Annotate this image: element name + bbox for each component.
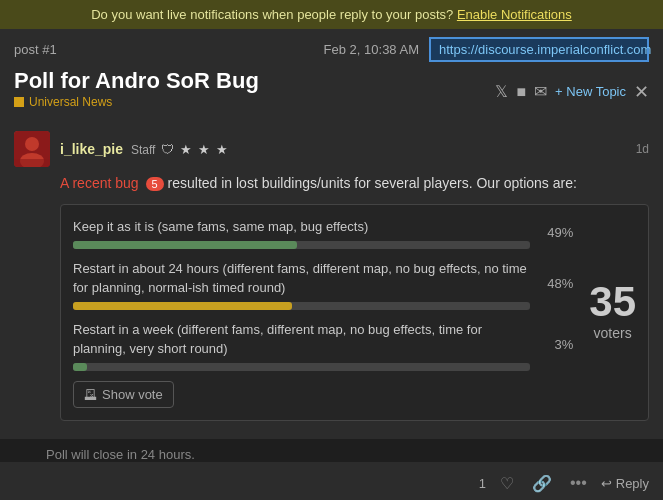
social-actions: 𝕏 ■ ✉ + New Topic ✕: [495, 81, 649, 103]
post-date: Feb 2, 10:38 AM: [324, 42, 419, 57]
author-name[interactable]: i_like_pie: [60, 141, 123, 157]
voter-count: 35: [589, 281, 636, 323]
poll-main-row: Keep it as it is (same fams, same map, b…: [73, 217, 636, 408]
ballot-icon: 🗳: [84, 387, 97, 402]
poll-bar-wrap: Restart in about 24 hours (different fam…: [73, 259, 530, 310]
category-tag: Universal News: [14, 95, 112, 109]
category-label[interactable]: Universal News: [29, 95, 112, 109]
header: post #1 Feb 2, 10:38 AM https://discours…: [0, 29, 663, 123]
poll-option-text: Restart in about 24 hours (different fam…: [73, 259, 530, 298]
reply-label: Reply: [616, 476, 649, 491]
shield-icon: 🛡: [161, 142, 174, 157]
star-icon-2: ★: [198, 142, 210, 157]
svg-point-1: [25, 137, 39, 151]
poll-bar-fill: [73, 363, 87, 371]
poll-bar-bg: [73, 302, 530, 310]
show-vote-label: Show vote: [102, 387, 163, 402]
email-icon[interactable]: ✉: [534, 82, 547, 101]
reply-icon: ↩: [601, 476, 612, 491]
like-button[interactable]: ♡: [496, 472, 518, 495]
post-body-suffix: resulted in lost buildings/units for sev…: [168, 175, 577, 191]
poll-option-text: Restart in a week (different fams, diffe…: [73, 320, 530, 359]
like-count: 1: [479, 476, 486, 491]
poll-option-row: Restart in about 24 hours (different fam…: [73, 259, 573, 310]
post-author-row: i_like_pie Staff 🛡 ★ ★ ★ 1d: [14, 123, 649, 173]
post-number: post #1: [14, 42, 57, 57]
post-actions: 1 ♡ 🔗 ••• ↩ Reply: [0, 462, 663, 501]
page-title: Poll for Andro SoR Bug: [14, 68, 259, 94]
star-icon-1: ★: [180, 142, 192, 157]
link-button[interactable]: 🔗: [528, 472, 556, 495]
bug-badge: 5: [146, 177, 164, 191]
category-dot-icon: [14, 97, 24, 107]
notification-bar: Do you want live notifications when peop…: [0, 0, 663, 29]
reply-button[interactable]: ↩ Reply: [601, 476, 649, 491]
poll-bar-wrap: Keep it as it is (same fams, same map, b…: [73, 217, 530, 249]
more-button[interactable]: •••: [566, 472, 591, 494]
poll-option-row: Keep it as it is (same fams, same map, b…: [73, 217, 573, 249]
avatar-image: [14, 131, 50, 167]
svg-rect-3: [14, 159, 50, 167]
bug-link[interactable]: A recent bug: [60, 175, 139, 191]
poll-bar-bg: [73, 241, 530, 249]
poll-percent: 49%: [538, 223, 573, 243]
url-bar[interactable]: https://discourse.imperialconflict.com: [429, 37, 649, 62]
star-icon-3: ★: [216, 142, 228, 157]
enable-notifications-link[interactable]: Enable Notifications: [457, 7, 572, 22]
poll-percent: 3%: [538, 335, 573, 355]
poll-close-note: Poll will close in 24 hours.: [0, 447, 663, 462]
facebook-icon[interactable]: ■: [516, 83, 526, 101]
poll-container: Keep it as it is (same fams, same map, b…: [60, 204, 649, 421]
poll-options-area: Keep it as it is (same fams, same map, b…: [73, 217, 573, 408]
title-row: Poll for Andro SoR Bug Universal News 𝕏 …: [14, 68, 649, 123]
post-time: 1d: [636, 142, 649, 156]
post-body: A recent bug 5 resulted in lost building…: [14, 173, 649, 421]
new-topic-button[interactable]: + New Topic: [555, 84, 626, 99]
poll-bar-fill: [73, 241, 297, 249]
poll-bar-wrap: Restart in a week (different fams, diffe…: [73, 320, 530, 371]
voters-label: voters: [589, 323, 636, 344]
close-button[interactable]: ✕: [634, 81, 649, 103]
author-info: i_like_pie Staff 🛡 ★ ★ ★: [60, 141, 626, 157]
poll-option-row: Restart in a week (different fams, diffe…: [73, 320, 573, 371]
avatar: [14, 131, 50, 167]
poll-options-list: Keep it as it is (same fams, same map, b…: [73, 217, 573, 371]
author-badge: Staff: [131, 143, 155, 157]
twitter-icon[interactable]: 𝕏: [495, 82, 508, 101]
post-meta-row: post #1 Feb 2, 10:38 AM https://discours…: [14, 37, 649, 62]
poll-bar-bg: [73, 363, 530, 371]
notification-message: Do you want live notifications when peop…: [91, 7, 453, 22]
poll-bar-fill: [73, 302, 292, 310]
poll-option-text: Keep it as it is (same fams, same map, b…: [73, 217, 530, 237]
show-vote-button[interactable]: 🗳 Show vote: [73, 381, 174, 408]
post-area: i_like_pie Staff 🛡 ★ ★ ★ 1d A recent bug…: [0, 123, 663, 439]
poll-stats: 35 voters: [573, 281, 636, 344]
poll-percent: 48%: [538, 274, 573, 294]
